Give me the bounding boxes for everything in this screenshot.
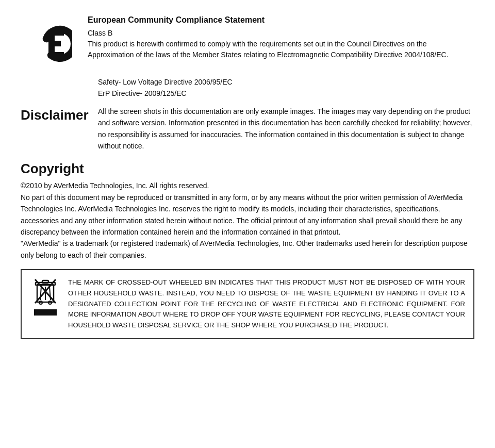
ce-logo-svg <box>21 18 72 70</box>
svg-rect-3 <box>48 52 64 58</box>
disclaimer-text: All the screen shots in this documentati… <box>98 106 474 152</box>
ec-text-block: European Community Compliance Statement … <box>88 15 474 60</box>
waste-text: THE MARK OF CROSSED-OUT WHEELED BIN INDI… <box>68 277 465 331</box>
disclaimer-section: Disclaimer Safety- Low Voltage Directive… <box>21 76 474 152</box>
safety-line1: Safety- Low Voltage Directive 2006/95/EC <box>98 76 474 88</box>
safety-line2: ErP Directive- 2009/125/EC <box>98 88 474 99</box>
svg-rect-1 <box>48 29 64 36</box>
waste-bin-svg <box>33 277 58 305</box>
svg-rect-2 <box>48 41 61 46</box>
disclaimer-label: Disclaimer <box>21 107 93 123</box>
ec-title: European Community Compliance Statement <box>88 15 474 25</box>
waste-bin-icon <box>30 277 61 316</box>
ec-section: European Community Compliance Statement … <box>21 15 474 71</box>
ec-body: This product is herewith confirmed to co… <box>88 39 474 60</box>
copyright-line1: ©2010 by AVerMedia Technologies, Inc. Al… <box>21 180 474 191</box>
ce-mark-logo <box>21 18 77 71</box>
copyright-line3: "AVerMedia" is a trademark (or registere… <box>21 238 474 261</box>
copyright-section: Copyright ©2010 by AVerMedia Technologie… <box>21 161 474 261</box>
ec-class-line: Class B <box>88 28 474 39</box>
copyright-label: Copyright <box>21 161 474 177</box>
disclaimer-right: Safety- Low Voltage Directive 2006/95/EC… <box>98 76 474 152</box>
waste-disposal-box: THE MARK OF CROSSED-OUT WHEELED BIN INDI… <box>21 269 474 339</box>
safety-lines: Safety- Low Voltage Directive 2006/95/EC… <box>98 76 474 99</box>
copyright-line2: No part of this document may be reproduc… <box>21 192 474 238</box>
waste-black-bar <box>34 309 57 316</box>
svg-rect-6 <box>42 280 48 283</box>
